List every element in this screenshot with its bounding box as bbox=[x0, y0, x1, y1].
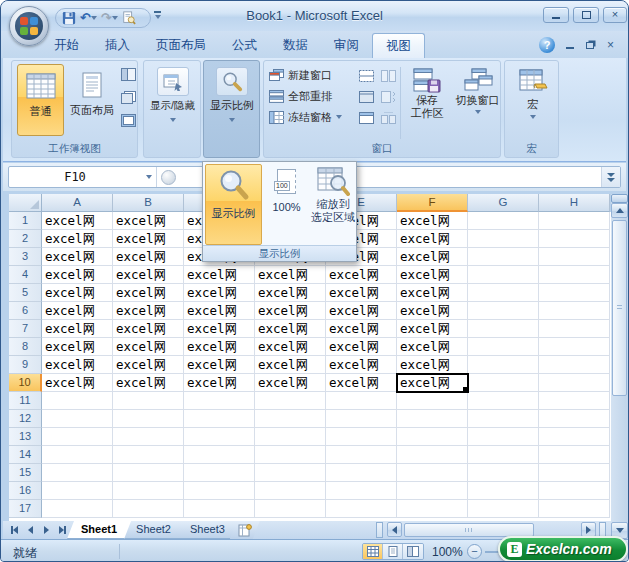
cell-D15[interactable] bbox=[255, 464, 326, 482]
group-label-workbook-views[interactable]: 工作簿视图 bbox=[12, 142, 137, 156]
flyout-zoom-item[interactable]: 显示比例 bbox=[205, 164, 262, 245]
insert-function-handle[interactable] bbox=[161, 170, 176, 185]
ribbon-tab-公式[interactable]: 公式 bbox=[219, 33, 270, 58]
redo-dropdown-icon[interactable] bbox=[112, 16, 118, 20]
row-header-13[interactable]: 13 bbox=[9, 428, 42, 446]
cell-B16[interactable] bbox=[113, 482, 184, 500]
vertical-scroll-thumb[interactable] bbox=[612, 220, 627, 396]
cell-H4[interactable] bbox=[539, 266, 610, 284]
cell-B1[interactable]: excel网 bbox=[113, 212, 184, 230]
cell-D9[interactable]: excel网 bbox=[255, 356, 326, 374]
cell-F2[interactable]: excel网 bbox=[397, 230, 468, 248]
cell-G4[interactable] bbox=[468, 266, 539, 284]
row-header-4[interactable]: 4 bbox=[9, 266, 42, 284]
ribbon-tab-审阅[interactable]: 审阅 bbox=[321, 33, 372, 58]
macros-button[interactable]: 宏 bbox=[509, 64, 556, 142]
vertical-split-handle[interactable] bbox=[611, 194, 628, 203]
cell-H1[interactable] bbox=[539, 212, 610, 230]
cell-F15[interactable] bbox=[397, 464, 468, 482]
cell-C15[interactable] bbox=[184, 464, 255, 482]
cell-G14[interactable] bbox=[468, 446, 539, 464]
row-header-9[interactable]: 9 bbox=[9, 356, 42, 374]
cell-D13[interactable] bbox=[255, 428, 326, 446]
cell-E6[interactable]: excel网 bbox=[326, 302, 397, 320]
row-header-5[interactable]: 5 bbox=[9, 284, 42, 302]
name-box-dropdown[interactable] bbox=[141, 167, 157, 187]
row-header-6[interactable]: 6 bbox=[9, 302, 42, 320]
cell-G6[interactable] bbox=[468, 302, 539, 320]
cell-A7[interactable]: excel网 bbox=[42, 320, 113, 338]
row-header-12[interactable]: 12 bbox=[9, 410, 42, 428]
cell-F3[interactable]: excel网 bbox=[397, 248, 468, 266]
page-layout-view-button[interactable]: 页面布局 bbox=[67, 64, 117, 136]
first-sheet-button[interactable] bbox=[7, 523, 21, 537]
cell-E12[interactable] bbox=[326, 410, 397, 428]
column-header-B[interactable]: B bbox=[113, 194, 184, 212]
cell-C4[interactable]: excel网 bbox=[184, 266, 255, 284]
row-header-3[interactable]: 3 bbox=[9, 248, 42, 266]
cell-A15[interactable] bbox=[42, 464, 113, 482]
cell-A5[interactable]: excel网 bbox=[42, 284, 113, 302]
ribbon-tab-视图[interactable]: 视图 bbox=[372, 33, 425, 58]
cell-A2[interactable]: excel网 bbox=[42, 230, 113, 248]
cell-E9[interactable]: excel网 bbox=[326, 356, 397, 374]
tab-split-handle[interactable] bbox=[376, 522, 383, 538]
ribbon-tab-开始[interactable]: 开始 bbox=[41, 33, 92, 58]
name-box[interactable]: F10 bbox=[9, 167, 141, 187]
cell-B2[interactable]: excel网 bbox=[113, 230, 184, 248]
cell-A11[interactable] bbox=[42, 392, 113, 410]
cell-H13[interactable] bbox=[539, 428, 610, 446]
cell-C8[interactable]: excel网 bbox=[184, 338, 255, 356]
cell-A10[interactable]: excel网 bbox=[42, 374, 113, 392]
sheet-tab-Sheet3[interactable]: Sheet3 bbox=[176, 521, 239, 539]
cell-B15[interactable] bbox=[113, 464, 184, 482]
cell-D4[interactable]: excel网 bbox=[255, 266, 326, 284]
cell-G2[interactable] bbox=[468, 230, 539, 248]
select-all-corner[interactable] bbox=[9, 194, 42, 212]
cell-G8[interactable] bbox=[468, 338, 539, 356]
cell-H11[interactable] bbox=[539, 392, 610, 410]
cell-G3[interactable] bbox=[468, 248, 539, 266]
ribbon-tab-数据[interactable]: 数据 bbox=[270, 33, 321, 58]
cell-B3[interactable]: excel网 bbox=[113, 248, 184, 266]
cell-B12[interactable] bbox=[113, 410, 184, 428]
zoom-out-button[interactable]: − bbox=[467, 544, 482, 559]
reset-window-position-button[interactable] bbox=[378, 108, 398, 127]
synchronous-scrolling-button[interactable] bbox=[378, 87, 398, 106]
undo-dropdown-icon[interactable] bbox=[91, 16, 97, 20]
cell-D11[interactable] bbox=[255, 392, 326, 410]
cell-A12[interactable] bbox=[42, 410, 113, 428]
scroll-left-button[interactable] bbox=[387, 522, 402, 537]
page-layout-view-shortcut[interactable] bbox=[383, 544, 403, 559]
cell-H9[interactable] bbox=[539, 356, 610, 374]
cell-H2[interactable] bbox=[539, 230, 610, 248]
cell-E17[interactable] bbox=[326, 500, 397, 518]
cell-H15[interactable] bbox=[539, 464, 610, 482]
cell-E8[interactable]: excel网 bbox=[326, 338, 397, 356]
cell-D6[interactable]: excel网 bbox=[255, 302, 326, 320]
normal-view-button[interactable]: 普通 bbox=[17, 64, 64, 136]
cell-G5[interactable] bbox=[468, 284, 539, 302]
cell-D8[interactable]: excel网 bbox=[255, 338, 326, 356]
cell-F5[interactable]: excel网 bbox=[397, 284, 468, 302]
cell-H3[interactable] bbox=[539, 248, 610, 266]
cell-F10[interactable]: excel网 bbox=[397, 374, 468, 392]
group-label-window[interactable]: 窗口 bbox=[264, 142, 500, 156]
cell-E13[interactable] bbox=[326, 428, 397, 446]
horizontal-scroll-thumb[interactable] bbox=[404, 523, 534, 537]
cell-B6[interactable]: excel网 bbox=[113, 302, 184, 320]
cell-E5[interactable]: excel网 bbox=[326, 284, 397, 302]
cell-H17[interactable] bbox=[539, 500, 610, 518]
cell-D14[interactable] bbox=[255, 446, 326, 464]
cell-C17[interactable] bbox=[184, 500, 255, 518]
cell-H6[interactable] bbox=[539, 302, 610, 320]
previous-sheet-button[interactable] bbox=[23, 523, 37, 537]
cell-F11[interactable] bbox=[397, 392, 468, 410]
cell-C13[interactable] bbox=[184, 428, 255, 446]
switch-windows-button[interactable]: 切换窗口 bbox=[455, 64, 500, 142]
cell-B5[interactable]: excel网 bbox=[113, 284, 184, 302]
cell-G11[interactable] bbox=[468, 392, 539, 410]
undo-button[interactable]: ↶ bbox=[79, 10, 98, 26]
cell-F13[interactable] bbox=[397, 428, 468, 446]
redo-button[interactable]: ↷ bbox=[100, 10, 119, 26]
